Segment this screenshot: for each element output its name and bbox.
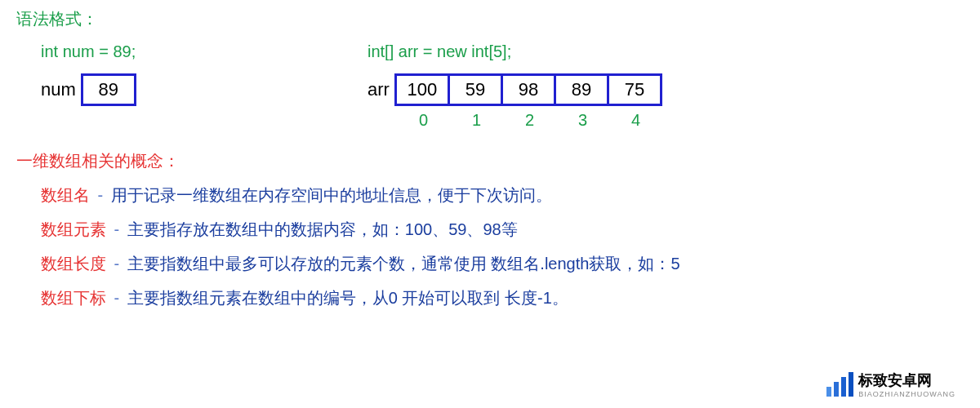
- definition-array-element: 数组元素 - 主要指存放在数组中的数据内容，如：100、59、98等: [41, 219, 964, 241]
- definition-array-index: 数组下标 - 主要指数组元素在数组中的编号，从0 开始可以取到 长度-1。: [41, 287, 964, 309]
- array-index: 4: [609, 111, 662, 130]
- array-cell: 98: [501, 73, 556, 106]
- def-dash: -: [109, 220, 124, 238]
- def-desc: 主要指数组中最多可以存放的元素个数，通常使用 数组名.length获取，如：5: [127, 255, 680, 273]
- array-cell: 59: [448, 73, 503, 106]
- def-desc: 主要指存放在数组中的数据内容，如：100、59、98等: [127, 220, 518, 238]
- array-index: 0: [397, 111, 450, 130]
- array-indices-row: 0 1 2 3 4: [397, 111, 662, 130]
- watermark-text: 标致安卓网: [858, 372, 932, 388]
- array-cell: 75: [607, 73, 662, 106]
- logo-bars-icon: [826, 372, 853, 397]
- def-dash: -: [109, 255, 124, 273]
- definition-array-name: 数组名 - 用于记录一维数组在内存空间中的地址信息，便于下次访问。: [41, 184, 964, 206]
- def-term: 数组元素: [41, 220, 106, 238]
- array-index: 1: [450, 111, 503, 130]
- array-cell: 100: [394, 73, 450, 106]
- num-value-box: 89: [81, 73, 136, 106]
- array-index: 3: [556, 111, 609, 130]
- def-term: 数组名: [41, 186, 90, 204]
- def-dash: -: [109, 289, 124, 307]
- arr-label: arr: [368, 79, 390, 100]
- def-desc: 用于记录一维数组在内存空间中的地址信息，便于下次访问。: [111, 186, 552, 204]
- num-label: num: [41, 79, 76, 100]
- def-term: 数组下标: [41, 289, 106, 307]
- def-desc: 主要指数组元素在数组中的编号，从0 开始可以取到 长度-1。: [127, 289, 568, 307]
- array-index: 2: [503, 111, 556, 130]
- array-cells: 100 59 98 89 75: [394, 73, 662, 106]
- syntax-format-title: 语法格式：: [16, 8, 964, 30]
- int-declaration: int num = 89;: [41, 42, 368, 61]
- watermark-sub: BIAOZHIANZHUOWANG: [858, 390, 956, 398]
- definition-array-length: 数组长度 - 主要指数组中最多可以存放的元素个数，通常使用 数组名.length…: [41, 253, 964, 275]
- array-declaration: int[] arr = new int[5];: [368, 42, 694, 61]
- def-dash: -: [93, 186, 108, 204]
- concepts-title: 一维数组相关的概念：: [16, 150, 964, 172]
- code-declarations-row: int num = 89; int[] arr = new int[5];: [41, 42, 964, 61]
- def-term: 数组长度: [41, 255, 106, 273]
- variable-visualization-row: num 89 arr 100 59 98 89 75 0 1 2 3 4: [41, 73, 964, 130]
- array-cell: 89: [554, 73, 609, 106]
- site-watermark: 标致安卓网 BIAOZHIANZHUOWANG: [826, 370, 956, 398]
